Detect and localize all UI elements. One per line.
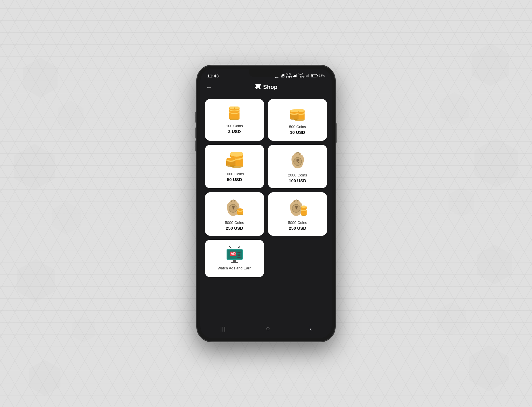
card-5000b-coins: 5000 Coins [288, 220, 307, 225]
card-5000a-coins: 5000 Coins [225, 220, 244, 225]
card-100-price: 2 USD [228, 129, 241, 134]
watch-ads-card[interactable]: AD [205, 240, 264, 277]
card-500-coins: 500 Coins [289, 125, 306, 129]
svg-line-60 [229, 247, 231, 248]
card-5000a-price: 250 USD [226, 226, 243, 231]
svg-point-59 [301, 206, 307, 208]
svg-line-61 [238, 247, 240, 248]
tv-ad-icon: AD [225, 246, 244, 263]
status-time: 11:43 [207, 73, 219, 78]
svg-rect-4 [306, 76, 306, 77]
card-100-coins: 100 Coins [226, 124, 243, 128]
svg-text:₹: ₹ [295, 206, 298, 211]
signal-icon2 [306, 74, 310, 77]
shop-card-5000b[interactable]: ₹ 5000 Coins 250 USD [268, 192, 327, 236]
svg-point-32 [290, 109, 299, 112]
main-content: $ 100 Coins 2 USD [200, 94, 332, 322]
svg-text:₹: ₹ [232, 206, 235, 211]
bag-icon-5000b: ₹ [288, 198, 307, 218]
svg-text:₹: ₹ [296, 159, 299, 164]
svg-rect-6 [307, 75, 308, 77]
coin-icon-1000 [225, 152, 245, 169]
bag-icon-5000a: ₹ [225, 198, 244, 218]
svg-rect-10 [311, 75, 313, 77]
shop-icon [254, 84, 261, 90]
shop-card-2000[interactable]: ₹ 2000 Coins 100 USD [268, 145, 327, 188]
bag-icon-2000: ₹ [289, 151, 306, 170]
app-header: ← Shop [200, 81, 332, 94]
phone-device: 11:43 Vo5LTE1 Vo5LTE2 [197, 65, 335, 342]
header-title-text: Shop [263, 84, 278, 90]
card-1000-price: 50 USD [227, 177, 242, 182]
coin-icon-100: $ [227, 106, 242, 121]
shop-grid: $ 100 Coins 2 USD [205, 99, 327, 277]
svg-text:AD: AD [231, 252, 236, 256]
battery-icon [311, 74, 318, 77]
header-title: Shop [254, 84, 278, 90]
network-text: Vo5LTE1 [286, 73, 292, 79]
phone-notch [249, 69, 283, 77]
svg-point-70 [237, 257, 239, 258]
watch-ads-label: Watch Ads and Earn [217, 266, 251, 270]
card-2000-price: 100 USD [289, 178, 306, 183]
nav-recent-icon[interactable]: ||| [220, 326, 226, 332]
phone-frame: 11:43 Vo5LTE1 Vo5LTE2 [197, 65, 335, 342]
svg-rect-0 [293, 76, 294, 77]
card-2000-coins: 2000 Coins [288, 173, 307, 177]
card-500-price: 10 USD [290, 130, 305, 135]
svg-point-66 [237, 252, 239, 254]
svg-rect-1 [294, 75, 295, 77]
shop-card-5000a[interactable]: ₹ 5000 Coins 250 USD [205, 192, 264, 236]
svg-point-67 [239, 252, 240, 254]
svg-text:$: $ [234, 106, 235, 109]
card-1000-coins: 1000 Coins [225, 172, 244, 176]
svg-point-69 [239, 254, 240, 256]
network-text2: Vo5LTE2 [299, 73, 305, 79]
nav-home-icon[interactable]: ○ [266, 325, 270, 332]
signal-icon [293, 74, 297, 77]
coin-icon-500 [288, 106, 307, 122]
svg-rect-7 [308, 74, 309, 77]
bottom-nav: ||| ○ ‹ [200, 322, 332, 338]
svg-point-71 [239, 257, 240, 258]
phone-screen: 11:43 Vo5LTE1 Vo5LTE2 [200, 69, 332, 338]
shop-card-1000[interactable]: 1000 Coins 50 USD [205, 145, 264, 188]
svg-rect-73 [231, 262, 238, 263]
svg-rect-2 [295, 75, 296, 77]
svg-rect-5 [307, 75, 307, 77]
nav-back-icon[interactable]: ‹ [310, 326, 312, 332]
card-5000b-price: 250 USD [289, 226, 306, 231]
svg-point-51 [237, 208, 243, 211]
svg-rect-9 [317, 75, 318, 77]
shop-card-500[interactable]: 500 Coins 10 USD [268, 99, 327, 141]
battery-percent: 35% [319, 74, 325, 77]
shop-card-100[interactable]: $ 100 Coins 2 USD [205, 99, 264, 141]
back-button[interactable]: ← [206, 84, 212, 90]
svg-point-68 [237, 254, 239, 256]
svg-point-43 [226, 158, 235, 161]
svg-rect-72 [233, 260, 236, 262]
svg-rect-3 [296, 74, 297, 77]
